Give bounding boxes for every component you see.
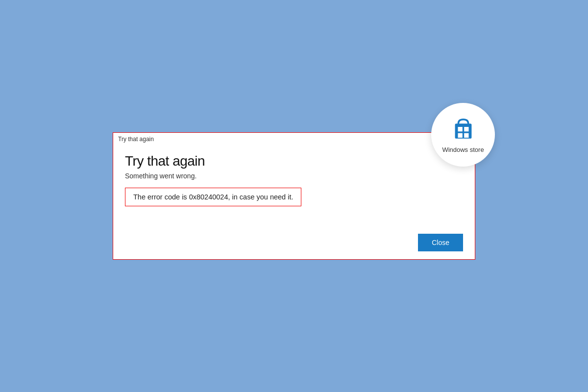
error-dialog: Try that again Try that again Something …: [113, 132, 475, 260]
scene-container: Windows store Try that again Try that ag…: [113, 132, 475, 260]
svg-rect-4: [464, 133, 468, 138]
dialog-subtitle: Something went wrong.: [125, 172, 463, 180]
dialog-footer: Close: [113, 234, 475, 259]
svg-rect-3: [458, 133, 462, 138]
windows-store-label: Windows store: [442, 146, 484, 153]
error-code-box: The error code is 0x80240024, in case yo…: [125, 188, 301, 206]
close-button[interactable]: Close: [418, 234, 463, 251]
dialog-title: Try that again: [125, 153, 463, 169]
windows-store-icon-circle: Windows store: [431, 103, 495, 167]
windows-store-bag-icon: [450, 116, 477, 143]
dialog-titlebar: Try that again: [113, 133, 475, 146]
dialog-body: Try that again Something went wrong. The…: [113, 146, 475, 234]
svg-rect-0: [455, 123, 471, 138]
svg-rect-2: [464, 127, 468, 131]
svg-rect-1: [458, 127, 462, 131]
